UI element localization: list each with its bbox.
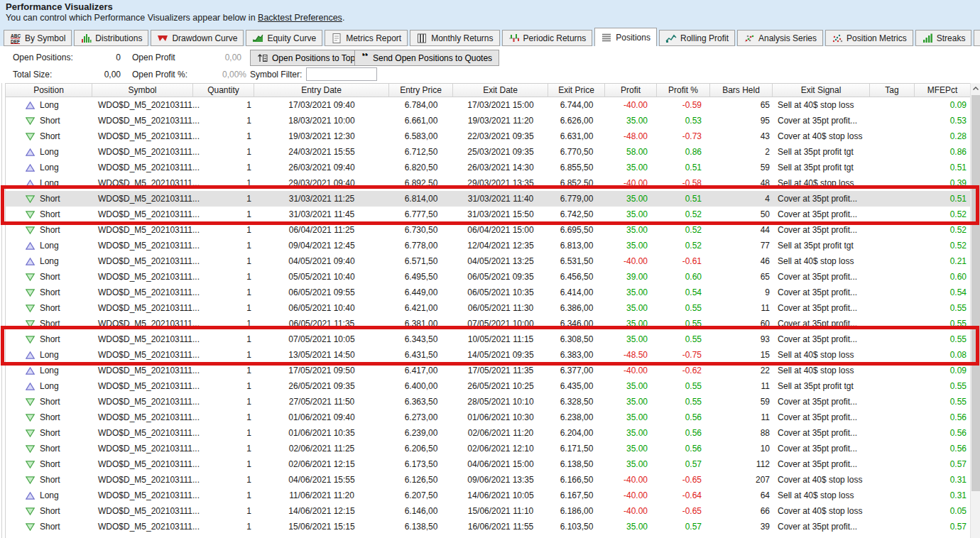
column-header-position[interactable]: Position: [6, 84, 92, 97]
column-header-mfepct[interactable]: MFEPct: [915, 84, 970, 97]
table-row[interactable]: ShortWDO$D_M5_202103111...115/06/2021 15…: [6, 519, 970, 534]
exit-date-cell: 12/04/2021 12:35: [453, 238, 548, 253]
position-type: Short: [40, 194, 60, 204]
column-header-exit-signal[interactable]: Exit Signal: [773, 84, 870, 97]
quantity-cell: 1: [193, 300, 254, 316]
symbol-cell: WDO$D_M5_202103111...: [92, 363, 193, 378]
symbol-cell: WDO$D_M5_202103111...: [92, 519, 193, 534]
table-row[interactable]: ShortWDO$D_M5_202103111...131/03/2021 11…: [6, 207, 970, 222]
symbol-filter-input[interactable]: [306, 67, 377, 81]
column-header-exit-date[interactable]: Exit Date: [453, 84, 548, 97]
column-header-profit-pct[interactable]: Profit %: [657, 84, 710, 97]
table-row[interactable]: ShortWDO$D_M5_202103111...102/06/2021 11…: [6, 441, 970, 456]
column-header-symbol[interactable]: Symbol: [92, 84, 193, 97]
chevron-up-icon: [972, 86, 979, 92]
table-row[interactable]: ShortWDO$D_M5_202103111...104/06/2021 15…: [6, 472, 970, 488]
tab-periodic-returns[interactable]: Periodic Returns: [502, 30, 593, 46]
tab-positions[interactable]: Positions: [594, 28, 657, 46]
table-row[interactable]: ShortWDO$D_M5_202103111...101/06/2021 09…: [6, 410, 970, 425]
table-row[interactable]: ShortWDO$D_M5_202103111...105/05/2021 10…: [6, 269, 970, 285]
table-row[interactable]: LongWDO$D_M5_202103111...126/03/2021 09:…: [6, 160, 970, 175]
symbol-cell: WDO$D_M5_202103111...: [92, 253, 193, 269]
send-open-positions-to-quotes-button[interactable]: “ Send Open Positions to Quotes: [354, 50, 499, 66]
tab-metrics-report[interactable]: Metrics Report: [325, 30, 408, 46]
table-row[interactable]: ShortWDO$D_M5_202103111...106/05/2021 10…: [6, 300, 970, 316]
position-type: Long: [40, 490, 59, 500]
position-type: Long: [40, 381, 59, 391]
tab-equity-curve[interactable]: Equity Curve: [246, 30, 322, 46]
column-header-bars-held[interactable]: Bars Held: [710, 84, 773, 97]
entry-price-cell: 6.273,00: [389, 410, 453, 425]
position-cell: Short: [6, 331, 92, 347]
table-row[interactable]: ShortWDO$D_M5_202103111...107/05/2021 10…: [6, 331, 970, 347]
scrollbar-up-button[interactable]: [971, 83, 980, 94]
scrollbar-thumb[interactable]: [971, 95, 980, 491]
exit-signal-cell: Sell at 40$ stop loss: [773, 488, 870, 503]
positions-toolbar: Open Positions: 0 Open Profit 0,00 Total…: [0, 46, 980, 83]
table-row[interactable]: LongWDO$D_M5_202103111...124/03/2021 15:…: [6, 144, 970, 160]
tag-cell: [870, 207, 915, 222]
vertical-scrollbar[interactable]: [970, 83, 980, 538]
table-row[interactable]: ShortWDO$D_M5_202103111...114/06/2021 12…: [6, 503, 970, 519]
table-row[interactable]: ShortWDO$D_M5_202103111...131/03/2021 11…: [6, 191, 970, 207]
entry-date-cell: 24/03/2021 15:55: [254, 144, 389, 160]
profit-pct-cell: -0.62: [657, 363, 710, 378]
equity-curve-icon: [252, 33, 263, 44]
table-row[interactable]: LongWDO$D_M5_202103111...113/05/2021 14:…: [6, 347, 970, 363]
profit-pct-cell: 0.53: [657, 113, 710, 128]
column-header-entry-date[interactable]: Entry Date: [254, 84, 389, 97]
column-header-quantity[interactable]: Quantity: [193, 84, 254, 97]
tab-rolling-profit[interactable]: Rolling Profit: [659, 30, 735, 46]
column-header-profit[interactable]: Profit: [605, 84, 657, 97]
backtest-preferences-link[interactable]: Backtest Preferences: [258, 13, 342, 23]
table-row[interactable]: ShortWDO$D_M5_202103111...101/06/2021 10…: [6, 425, 970, 441]
table-row[interactable]: ShortWDO$D_M5_202103111...102/06/2021 12…: [6, 456, 970, 472]
table-row[interactable]: LongWDO$D_M5_202103111...109/04/2021 12:…: [6, 238, 970, 253]
exit-date-cell: 04/06/2021 15:00: [453, 456, 548, 472]
table-row[interactable]: LongWDO$D_M5_202103111...126/05/2021 09:…: [6, 378, 970, 394]
column-header-entry-price[interactable]: Entry Price: [389, 84, 453, 97]
table-row[interactable]: ShortWDO$D_M5_202103111...106/05/2021 11…: [6, 316, 970, 331]
mfepct-cell: 0.55: [915, 394, 970, 410]
exit-date-cell: 31/03/2021 11:40: [453, 191, 548, 207]
table-row[interactable]: LongWDO$D_M5_202103111...111/06/2021 11:…: [6, 488, 970, 503]
tab-monthly-returns[interactable]: Monthly Returns: [410, 30, 499, 46]
tab-streaks[interactable]: Streaks: [915, 30, 972, 46]
table-row[interactable]: LongWDO$D_M5_202103111...117/03/2021 09:…: [6, 97, 970, 113]
tab-by-symbol[interactable]: ABCDEF By Symbol: [4, 30, 72, 46]
table-row[interactable]: LongWDO$D_M5_202103111...104/05/2021 09:…: [6, 253, 970, 269]
mfepct-cell: 0.86: [915, 144, 970, 160]
tab-drawdown-curve[interactable]: Drawdown Curve: [151, 30, 244, 46]
tab-distributions[interactable]: Distributions: [74, 30, 148, 46]
table-row[interactable]: ShortWDO$D_M5_202103111...106/05/2021 09…: [6, 285, 970, 300]
profit-cell: -40.00: [605, 175, 657, 191]
table-row[interactable]: ShortWDO$D_M5_202103111...127/05/2021 11…: [6, 394, 970, 410]
open-positions-to-top-button[interactable]: Open Positions to Top: [250, 50, 362, 66]
table-row[interactable]: ShortWDO$D_M5_202103111...118/03/2021 10…: [6, 113, 970, 128]
tab-analysis-series[interactable]: Analysis Series: [737, 30, 823, 46]
bars-held-cell: 48: [710, 175, 773, 191]
table-row[interactable]: ShortWDO$D_M5_202103111...119/03/2021 12…: [6, 128, 970, 144]
position-type: Short: [40, 319, 60, 329]
table-row[interactable]: ShortWDO$D_M5_202103111...106/04/2021 11…: [6, 222, 970, 238]
periodic-returns-icon: [508, 33, 520, 44]
exit-signal-cell: Cover at 35pt profit...: [773, 191, 870, 207]
table-row[interactable]: LongWDO$D_M5_202103111...129/03/2021 09:…: [6, 175, 970, 191]
profit-cell: 35.00: [605, 222, 657, 238]
column-header-tag[interactable]: Tag: [870, 84, 915, 97]
open-profit-pct-label: Open Profit %:: [132, 70, 187, 79]
position-cell: Long: [6, 144, 92, 160]
position-type: Long: [40, 147, 59, 157]
entry-price-cell: 6.778,00: [389, 238, 453, 253]
tab-contribution[interactable]: Contribution: [974, 30, 980, 46]
mfepct-cell: 0.55: [915, 331, 970, 347]
tab-position-metrics[interactable]: Position Metrics: [825, 30, 913, 46]
tag-cell: [870, 97, 915, 113]
column-header-exit-price[interactable]: Exit Price: [548, 84, 605, 97]
exit-price-cell: 6.103,50: [548, 519, 605, 534]
button-label: Send Open Positions to Quotes: [373, 53, 492, 63]
entry-price-cell: 6.730,50: [389, 222, 453, 238]
profit-cell: 35.00: [605, 238, 657, 253]
table-row[interactable]: LongWDO$D_M5_202103111...117/05/2021 09:…: [6, 363, 970, 378]
exit-signal-cell: Cover at 35pt profit...: [773, 222, 870, 238]
